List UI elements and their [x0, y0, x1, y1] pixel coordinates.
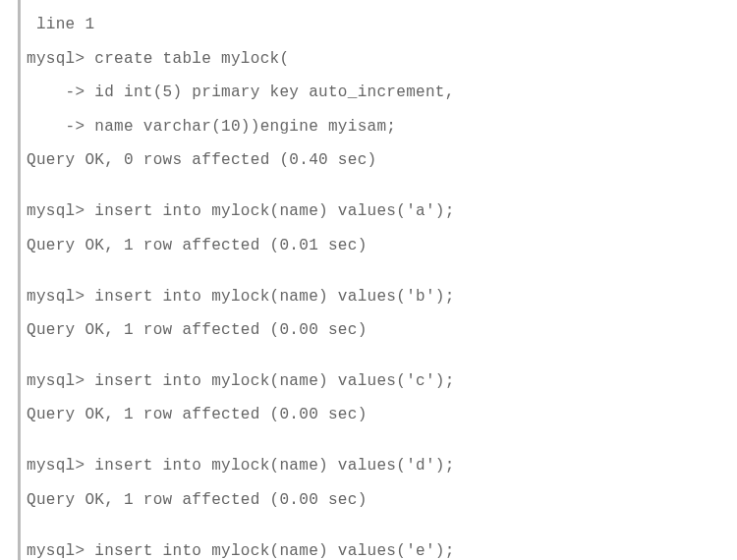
terminal-line: -> id int(5) primary key auto_increment, [27, 84, 737, 101]
terminal-line: Query OK, 1 row affected (0.00 sec) [27, 492, 737, 509]
terminal-output: line 1 mysql> create table mylock( -> id… [18, 0, 737, 560]
terminal-line: mysql> insert into mylock(name) values('… [27, 373, 737, 390]
terminal-line: mysql> insert into mylock(name) values('… [27, 203, 737, 220]
terminal-line: line 1 [27, 17, 737, 33]
terminal-line: mysql> insert into mylock(name) values('… [27, 458, 737, 475]
terminal-line: Query OK, 1 row affected (0.01 sec) [27, 238, 737, 254]
terminal-line: Query OK, 1 row affected (0.00 sec) [27, 407, 737, 423]
terminal-line: -> name varchar(10))engine myisam; [27, 119, 737, 136]
terminal-line: Query OK, 0 rows affected (0.40 sec) [27, 152, 737, 169]
terminal-line: mysql> insert into mylock(name) values('… [27, 543, 737, 560]
terminal-line: mysql> create table mylock( [27, 51, 737, 68]
terminal-line: mysql> insert into mylock(name) values('… [27, 289, 737, 306]
terminal-line: Query OK, 1 row affected (0.00 sec) [27, 322, 737, 339]
